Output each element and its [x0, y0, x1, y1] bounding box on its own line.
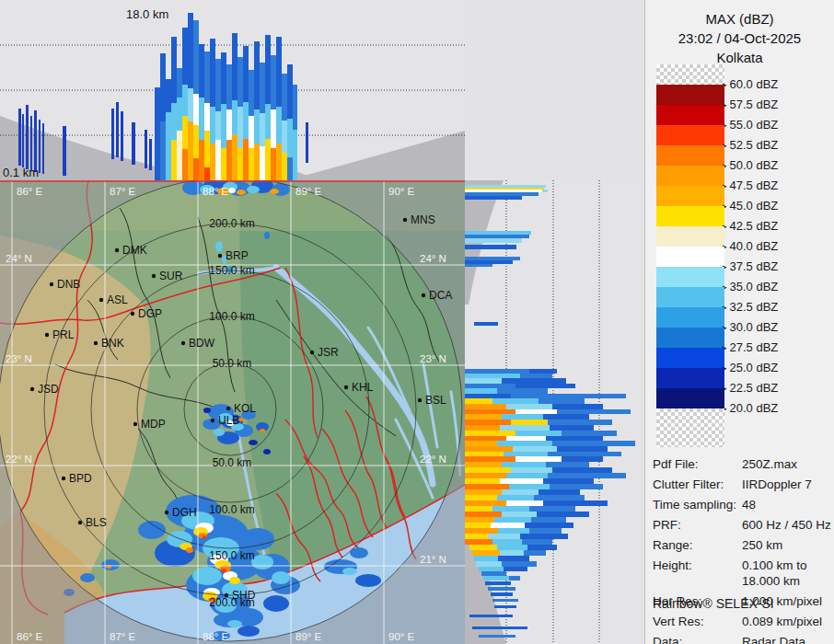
- echo-row: [497, 545, 527, 550]
- station-marker: [211, 419, 214, 422]
- echo-row: [529, 369, 557, 374]
- echo-row: [465, 188, 544, 190]
- station-label: KHL: [352, 381, 374, 394]
- echo-row: [479, 567, 504, 571]
- latitude-label: 21° N: [420, 554, 446, 565]
- info-row: PRF:600 Hz / 450 Hz: [653, 517, 831, 533]
- echo-row: [465, 495, 497, 500]
- station-label: BPD: [69, 472, 92, 485]
- station-marker: [99, 298, 103, 302]
- echo-row: [465, 260, 513, 264]
- echo-column: [276, 107, 282, 144]
- echo-row: [465, 231, 531, 235]
- echo-row: [534, 495, 585, 500]
- echo-column: [293, 85, 297, 130]
- echo-row: [515, 431, 562, 436]
- echo-column: [221, 148, 226, 180]
- radar-echo: [203, 408, 211, 413]
- echo-row: [548, 420, 612, 425]
- echo-column: [18, 109, 21, 166]
- longitude-label: 86° E: [17, 186, 43, 197]
- latitude-label: 23° N: [420, 353, 446, 364]
- echo-row: [488, 587, 515, 591]
- info-value: 250Z.max: [742, 456, 831, 472]
- radar-map-panel[interactable]: 50.0 km50.0 km100.0 km100.0 km150.0 km15…: [0, 180, 465, 644]
- echo-column: [293, 130, 297, 180]
- echo-row: [465, 388, 497, 394]
- radar-echo: [229, 577, 240, 584]
- echo-column: [193, 158, 199, 180]
- info-value: IIRDoppler 7: [742, 477, 831, 492]
- echo-row: [465, 506, 492, 512]
- scale-band: [656, 348, 724, 368]
- station-label: MDP: [141, 418, 166, 431]
- range-ring-label: 50.0 km: [213, 456, 252, 469]
- station-marker: [218, 254, 222, 258]
- echo-column: [182, 85, 188, 116]
- echo-row: [506, 473, 548, 478]
- echo-column: [232, 33, 237, 100]
- echo-row: [502, 489, 539, 495]
- station-marker: [78, 521, 82, 524]
- echo-row: [465, 500, 506, 506]
- echo-row: [465, 264, 492, 267]
- scale-tick-label: ▸60.0 dBZ: [723, 77, 778, 92]
- echo-column: [160, 53, 166, 121]
- station-marker: [403, 218, 407, 222]
- echo-column: [276, 144, 282, 180]
- echo-row: [483, 576, 509, 581]
- top-height-profile-panel[interactable]: [0, 0, 465, 180]
- echo-row: [520, 374, 552, 378]
- radar-application-window: { "header": { "product": "MAX (dBZ)", "d…: [0, 0, 834, 644]
- scale-band: [656, 388, 724, 408]
- scale-tick-label: ▸27.5 dBZ: [723, 340, 778, 355]
- echo-row: [474, 556, 498, 561]
- echo-row: [488, 534, 520, 539]
- info-value: 600 Hz / 450 Hz: [742, 517, 831, 533]
- echo-column: [199, 44, 204, 98]
- info-row: Clutter Filter:IIRDoppler 7: [653, 477, 831, 492]
- echo-row: [511, 394, 626, 398]
- echo-row: [465, 398, 492, 404]
- scale-band: [656, 125, 724, 145]
- echo-row: [492, 398, 539, 404]
- radar-echo: [101, 559, 120, 570]
- echo-row: [465, 409, 515, 414]
- echo-column: [249, 70, 254, 116]
- scale-tick-label: ▸47.5 dBZ: [723, 178, 778, 193]
- echo-column: [282, 74, 287, 121]
- longitude-label: 86° E: [17, 631, 43, 642]
- echo-column: [182, 28, 188, 85]
- echo-row: [502, 414, 543, 420]
- range-ring-label: 100.0 km: [209, 503, 254, 516]
- scale-tick-label: ▸52.5 dBZ: [723, 138, 778, 153]
- info-row: Vert Res:0.089 km/pixel: [653, 614, 831, 629]
- echo-column: [132, 122, 135, 165]
- echo-row: [546, 462, 589, 467]
- echo-column: [26, 105, 29, 169]
- echo-row: [548, 473, 626, 478]
- echo-column: [221, 52, 226, 104]
- scale-tick-label: ▸50.0 dBZ: [723, 158, 778, 173]
- scale-tick-label: ▸20.0 dBZ: [723, 401, 778, 416]
- right-height-profile-panel[interactable]: [465, 180, 644, 644]
- scale-band: [656, 287, 724, 307]
- legend-panel: MAX (dBZ) 23:02 / 04-Oct-2025 Kolkata ▸6…: [644, 0, 834, 644]
- scale-tick-label: ▸40.0 dBZ: [723, 239, 778, 254]
- echo-row: [500, 478, 543, 484]
- radar-echo: [263, 449, 271, 454]
- scale-band: [656, 186, 724, 206]
- echo-column: [249, 116, 254, 148]
- echo-column: [249, 148, 254, 180]
- radar-echo: [260, 429, 265, 432]
- info-label: Data:: [653, 634, 742, 644]
- echo-row: [504, 567, 527, 571]
- station-marker: [131, 312, 134, 316]
- scale-band: [656, 145, 724, 166]
- latitude-label: 22° N: [6, 454, 32, 465]
- range-ring-label: 150.0 km: [209, 264, 254, 277]
- station-label: DCA: [429, 289, 452, 302]
- echo-column: [155, 87, 160, 180]
- echo-column: [271, 109, 276, 148]
- echo-row: [529, 528, 562, 534]
